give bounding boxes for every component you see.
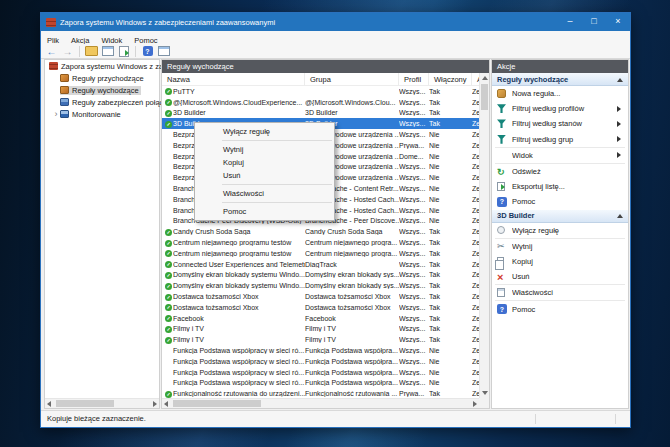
context-menu-usuń[interactable]: Usuń [195,169,334,182]
action-label: Filtruj według grup [512,135,617,144]
column-header-nazwa[interactable]: Nazwa [162,73,305,86]
table-row[interactable]: ✓ Centrum niejawnego programu testów Cen… [162,237,479,248]
rule-enabled: Nie [429,174,472,181]
action-filtruj-według-profilów[interactable]: Filtruj według profilów [492,101,628,116]
scroll-right-icon[interactable] [153,401,157,407]
table-row[interactable]: ✓ Facebook Facebook Wszys... Tak Ze [162,313,479,324]
table-row[interactable]: Funkcja Podstawa współpracy w sieci ró..… [162,356,479,367]
tree-hscrollbar[interactable] [45,398,159,408]
table-row[interactable]: ✓ Domyślny ekran blokady systemu Windo..… [162,270,479,281]
action-widok[interactable]: Widok [492,148,628,163]
action-nowa-reguła[interactable]: Nowa reguła... [492,86,628,101]
rule-name: Domyślny ekran blokady systemu Windo... [173,282,305,289]
rule-enabled: Nie [429,131,472,138]
rules-vscroll-thumb[interactable] [481,84,488,110]
console-window-icon[interactable] [101,45,114,57]
rule-profile: Wszys... [399,207,429,214]
column-header-włączony[interactable]: Włączony [429,73,472,86]
rule-group: Domyślny ekran blokady sys... [305,282,399,289]
column-header-grupa[interactable]: Grupa [305,73,399,86]
rules-vscrollbar[interactable] [479,73,489,398]
tree-item-root[interactable]: Zapora systemu Windows z zab [45,60,159,72]
tree-item-reguły-wychodzące[interactable]: Reguły wychodzące [45,84,159,96]
tree-item-reguły-zabezpieczeń-połącz[interactable]: Reguły zabezpieczeń połącz [45,96,159,108]
actions-section-3d-builder[interactable]: 3D Builder [492,210,628,223]
minimize-button[interactable]: – [558,13,582,31]
context-menu-pomoc[interactable]: Pomoc [195,205,334,218]
context-menu-kopiuj[interactable]: Kopiuj [195,156,334,169]
console-tree-icon[interactable] [85,45,98,57]
back-arrow-icon[interactable]: ← [45,45,58,57]
action-wytnij[interactable]: ✂ Wytnij [492,239,628,254]
action-kopiuj[interactable]: Kopiuj [492,254,628,269]
close-button[interactable]: × [606,13,630,31]
table-row[interactable]: ✓ Dostawca tożsamości Xbox Dostawca tożs… [162,302,479,313]
rule-enabled-check-icon: ✓ [162,282,173,290]
action-pomoc[interactable]: ? Pomoc [492,194,628,209]
rule-enabled: Tak [429,293,472,300]
table-row[interactable]: ✓ 3D Builder 3D Builder Wszys... Tak Ze [162,108,479,119]
tree-item-label: Reguły zabezpieczeń połącz [72,98,167,107]
scroll-right-icon[interactable] [473,401,477,407]
scroll-up-icon[interactable] [482,76,488,80]
help-icon[interactable]: ? [141,45,154,57]
rule-action: Ze [472,239,479,246]
rule-group: Dostawca tożsamości Xbox [305,304,399,311]
table-row[interactable]: Funkcja Podstawa współpracy w sieci ró..… [162,345,479,356]
actions-panel-title: Akcje [492,60,628,73]
new-window-icon[interactable] [157,45,170,57]
scroll-left-icon[interactable] [47,401,51,407]
action-odśwież[interactable]: ↻ Odśwież [492,164,628,179]
scroll-left-icon[interactable] [164,401,168,407]
action-właściwości[interactable]: Właściwości [492,285,628,300]
rules-hscrollbar[interactable] [162,398,479,408]
rule-action: Ze [472,390,479,397]
table-row[interactable]: ✓ Candy Crush Soda Saga Candy Crush Soda… [162,226,479,237]
table-row[interactable]: ✓ Filmy i TV Filmy i TV Wszys... Tak Ze [162,324,479,335]
action-label: Odśwież [512,167,628,176]
action-usuń[interactable]: × Usuń [492,269,628,284]
table-row[interactable]: ✓ Centrum niejawnego programu testów Cen… [162,248,479,259]
context-menu-wyłącz-regułę[interactable]: Wyłącz regułę [195,125,334,138]
action-wyłącz-regułę[interactable]: Wyłącz regułę [492,223,628,238]
rule-enabled: Tak [429,109,472,116]
rules-hscroll-thumb[interactable] [173,400,261,407]
tree-item-reguły-przychodzące[interactable]: Reguły przychodzące [45,72,159,84]
table-row[interactable]: ✓ Connected User Experiences and Telemet… [162,259,479,270]
rule-action: Ze [472,336,479,343]
action-filtruj-według-stanów[interactable]: Filtruj według stanów [492,116,628,131]
collapse-arrow-icon[interactable] [617,75,623,82]
rule-action: Ze [472,207,479,214]
scroll-down-icon[interactable] [482,391,488,395]
context-menu-wytnij[interactable]: Wytnij [195,143,334,156]
status-bar: Kopiuje bieżące zaznaczenie. [41,410,630,427]
maximize-button[interactable]: □ [582,13,606,31]
action-eksportuj-listę[interactable]: Eksportuj listę... [492,179,628,194]
table-row[interactable]: ✓ @{Microsoft.Windows.CloudExperience...… [162,97,479,108]
title-bar[interactable]: Zapora systemu Windows z zabezpieczeniam… [41,13,630,31]
menu-separator [222,202,332,203]
table-row[interactable]: ✓ Domyślny ekran blokady systemu Windo..… [162,280,479,291]
action-pomoc[interactable]: ? Pomoc [492,301,628,316]
table-row[interactable]: ✓ Dostawca tożsamości Xbox Dostawca tożs… [162,291,479,302]
collapse-arrow-icon[interactable] [617,211,623,218]
table-row[interactable]: ✓ PuTTY Wszys... Tak Ze [162,86,479,97]
export-list-icon[interactable] [117,45,130,57]
rule-enabled: Nie [429,142,472,149]
table-row[interactable]: Funkcja Podstawa współpracy w sieci ró..… [162,378,479,389]
expand-chevron-icon[interactable]: › [52,109,60,119]
rule-profile: Wszys... [399,304,429,311]
rules-panel: Reguły wychodzące NazwaGrupaProfilWłączo… [161,59,490,409]
forward-arrow-icon[interactable]: → [61,45,74,57]
table-row[interactable]: ✓ Funkcjonalność rzutowania do urządzeni… [162,388,479,398]
context-menu-właściwości[interactable]: Właściwości [195,187,334,200]
table-row[interactable]: ✓ Filmy i TV Filmy i TV Wszys... Tak Ze [162,334,479,345]
rule-enabled: Nie [429,217,472,224]
scrollbar-corner [479,398,489,408]
action-filtruj-według-grup[interactable]: Filtruj według grup [492,132,628,147]
tree-hscroll-thumb[interactable] [56,400,114,407]
actions-section-reguły-wychodzące[interactable]: Reguły wychodzące [492,73,628,86]
tree-item-monitorowanie[interactable]: › Monitorowanie [45,108,159,120]
column-header-profil[interactable]: Profil [399,73,429,86]
table-row[interactable]: Funkcja Podstawa współpracy w sieci ró..… [162,367,479,378]
